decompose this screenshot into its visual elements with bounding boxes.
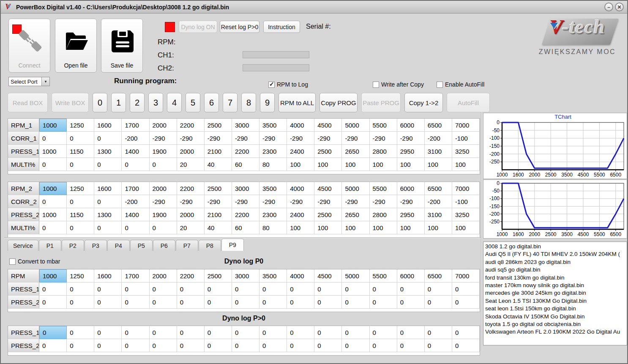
table-cell[interactable]: 0 [67,132,94,145]
table-cell[interactable]: 1250 [67,182,94,195]
table-cell[interactable]: 0 [205,296,232,309]
open-file-button[interactable]: Open file [55,19,97,73]
file-item[interactable]: mercedes gle 300d 245km go digital.bin [483,289,627,297]
table-cell[interactable]: 0 [39,132,67,145]
table-cell[interactable]: 3500 [259,182,287,195]
file-item[interactable]: audi sq5 go digital.bin [483,266,627,274]
table-cell[interactable]: 0 [67,221,94,234]
table-cell[interactable]: 0 [67,326,94,339]
table-cell[interactable]: -290 [370,132,397,145]
file-item[interactable]: Skoda Octavia IV 150KM Go Digital.bin [483,313,627,321]
table-cell[interactable]: 0 [452,326,480,339]
table-cell[interactable]: 0 [287,326,314,339]
table-cell[interactable]: 1600 [94,182,122,195]
table-cell[interactable]: 0 [122,221,149,234]
table-cell[interactable]: 0 [94,221,122,234]
digit-button-6[interactable]: 6 [204,93,219,112]
digit-button-2[interactable]: 2 [130,93,145,112]
table-cell[interactable]: 0 [425,326,452,339]
tab-p4[interactable]: P4 [107,240,130,251]
table-cell[interactable]: 100 [287,221,314,234]
enable-autofill-checkbox[interactable] [437,81,443,88]
table-cell[interactable]: -290 [287,132,314,145]
table-cell[interactable]: 1000 [39,269,67,283]
table-cell[interactable]: 1700 [122,119,149,132]
table-cell[interactable]: 0 [397,326,425,339]
table-cell[interactable]: -290 [314,132,342,145]
table-cell[interactable]: 3100 [425,208,452,221]
tab-p9[interactable]: P9 [221,239,244,251]
table-cell[interactable]: 1150 [67,208,94,221]
table-cell[interactable]: 0 [94,326,122,339]
rpm-to-log-checkbox[interactable] [268,81,275,88]
table-cell[interactable]: 2100 [205,145,232,158]
table-cell[interactable]: 1900 [150,208,177,221]
table-cell[interactable]: 0 [370,339,397,352]
table-cell[interactable]: -290 [342,132,369,145]
table-cell[interactable]: 0 [205,283,232,296]
table-cell[interactable]: 6000 [397,182,425,195]
file-item[interactable]: 3008 1.2 go digital.bin [483,243,627,250]
table-cell[interactable]: 1250 [67,269,94,283]
table-cell[interactable]: 0 [259,296,287,309]
connect-button[interactable]: Connect [8,19,50,73]
table-cell[interactable]: 0 [94,296,122,309]
digit-button-4[interactable]: 4 [167,93,182,112]
table-cell[interactable]: 5500 [370,269,397,283]
table-cell[interactable]: 7000 [452,119,480,132]
table-cell[interactable]: 60 [232,158,259,171]
table-cell[interactable]: -290 [314,195,342,208]
table-cell[interactable]: -290 [150,132,177,145]
table-cell[interactable]: -290 [397,132,425,145]
file-item[interactable]: seat leon 1.5tsi 150km go digital.bin [483,305,627,312]
table-cell[interactable]: 2400 [287,208,314,221]
table-cell[interactable]: 0 [67,296,94,309]
table-cell[interactable]: -290 [205,195,232,208]
table-cell[interactable]: 0 [122,283,149,296]
table-cell[interactable]: -200 [425,132,452,145]
table-cell[interactable]: -200 [425,195,452,208]
table-cell[interactable]: 3000 [232,269,259,283]
table-cell[interactable]: 20 [177,158,205,171]
table-cell[interactable]: 0 [314,296,342,309]
table-cell[interactable]: 0 [232,296,259,309]
table-cell[interactable]: 5000 [342,119,369,132]
table-cell[interactable]: 0 [370,296,397,309]
table-cell[interactable]: 2500 [314,145,342,158]
table-cell[interactable]: 0 [122,326,149,339]
digit-button-1[interactable]: 1 [111,93,126,112]
table-cell[interactable]: 0 [205,326,232,339]
table-cell[interactable]: -290 [232,195,259,208]
file-item[interactable]: Audi Q5 II (FY FL) 40 TDI MHEV 2.0 150kW… [483,250,627,258]
table-cell[interactable]: 1150 [67,145,94,158]
table-cell[interactable]: 2500 [314,208,342,221]
table-cell[interactable]: 0 [177,283,205,296]
table-cell[interactable]: 0 [232,326,259,339]
table-cell[interactable]: 2800 [370,208,397,221]
read-box-button[interactable]: Read BOX [8,93,48,112]
table-cell[interactable]: 0 [94,132,122,145]
table-cell[interactable]: 2000 [150,182,177,195]
table-cell[interactable]: 0 [452,339,480,352]
table-cell[interactable]: 1000 [39,182,67,195]
table-cell[interactable]: 1900 [150,145,177,158]
table-cell[interactable]: 6500 [425,119,452,132]
table-cell[interactable]: 3250 [452,145,480,158]
table-cell[interactable]: 0 [425,283,452,296]
table-cell[interactable]: 60 [232,221,259,234]
table-cell[interactable]: -290 [259,195,287,208]
file-listbox[interactable]: 3008 1.2 go digital.binAudi Q5 II (FY FL… [483,242,627,345]
close-button[interactable]: ✕ [615,3,624,11]
table-cell[interactable]: -200 [122,132,149,145]
table-cell[interactable]: 0 [452,283,480,296]
table-cell[interactable]: 2200 [232,208,259,221]
table-cell[interactable]: 0 [122,296,149,309]
table-cell[interactable]: -290 [370,195,397,208]
table-cell[interactable]: 0 [122,158,149,171]
file-item[interactable]: ford transit 130km go digital.bin [483,274,627,282]
table-cell[interactable]: 0 [150,326,177,339]
table-cell[interactable]: -100 [452,195,480,208]
table-cell[interactable]: 2500 [205,182,232,195]
table-cell[interactable]: -290 [205,132,232,145]
table-cell[interactable]: 100 [314,158,342,171]
